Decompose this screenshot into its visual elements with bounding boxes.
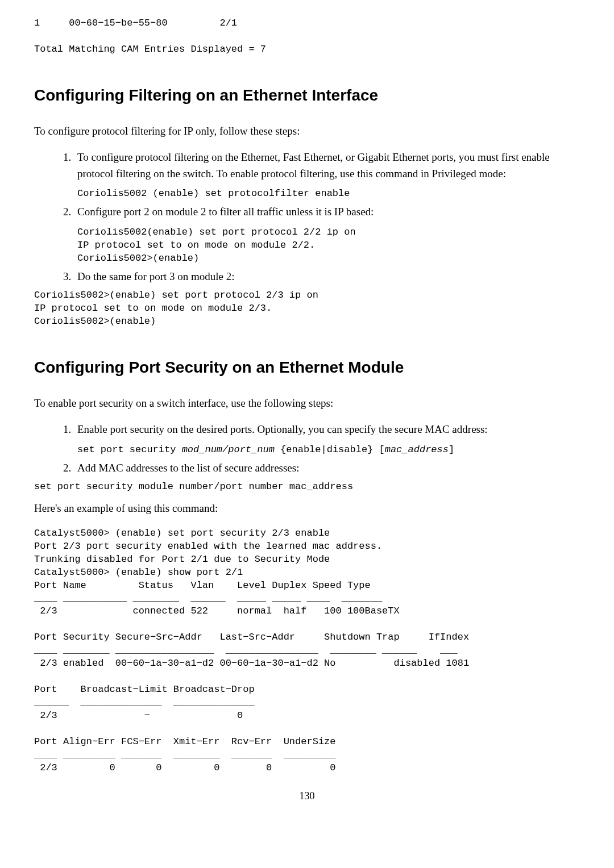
section1-step3: Do the same for port 3 on module 2: [74, 269, 580, 285]
top-code-block: 1 00−60−15−be−55−80 2/1 Total Matching C… [34, 17, 580, 56]
section2-example-intro: Here's an example of using this command: [34, 500, 580, 517]
section1-steps: To configure protocol filtering on the E… [34, 149, 580, 285]
section2-step1-text: Enable port security on the desired port… [77, 423, 488, 435]
section1-step1-code: Coriolis5002 (enable) set protocolfilter… [77, 187, 580, 201]
section2-heading: Configuring Port Security on an Ethernet… [34, 356, 580, 379]
page-number: 130 [34, 788, 580, 804]
section1-heading: Configuring Filtering on an Ethernet Int… [34, 84, 580, 107]
code-middle: {enable|disable} [ [275, 444, 385, 455]
section1-step2: Configure port 2 on module 2 to filter a… [74, 204, 580, 265]
section1-bottom-code: Coriolis5002>(enable) set port protocol … [34, 289, 580, 328]
code-italic2: mac_address [385, 444, 449, 455]
section1-step3-text: Do the same for port 3 on module 2: [77, 270, 235, 282]
section1-step1: To configure protocol filtering on the E… [74, 149, 580, 201]
section1-step2-code: Coriolis5002(enable) set port protocol 2… [77, 226, 580, 265]
section2-step2-text: Add MAC addresses to the list of secure … [77, 462, 299, 474]
section2-step1-code: set port security mod_num/port_num {enab… [77, 444, 580, 457]
code-prefix: set port security [77, 444, 182, 455]
section1-step2-text: Configure port 2 on module 2 to filter a… [77, 206, 374, 218]
section2-example-code: Catalyst5000> (enable) set port security… [34, 527, 580, 775]
section1-intro: To configure protocol filtering for IP o… [34, 123, 580, 140]
section2-step2: Add MAC addresses to the list of secure … [74, 460, 580, 477]
code-italic1: mod_num/port_num [182, 444, 275, 455]
section1-step1-text: To configure protocol filtering on the E… [77, 151, 550, 180]
code-suffix: ] [449, 444, 454, 455]
section2-intro: To enable port security on a switch inte… [34, 395, 580, 412]
section2-step1: Enable port security on the desired port… [74, 422, 580, 456]
section2-steps: Enable port security on the desired port… [34, 422, 580, 476]
section2-after-list-code: set port security module number/port num… [34, 481, 580, 494]
